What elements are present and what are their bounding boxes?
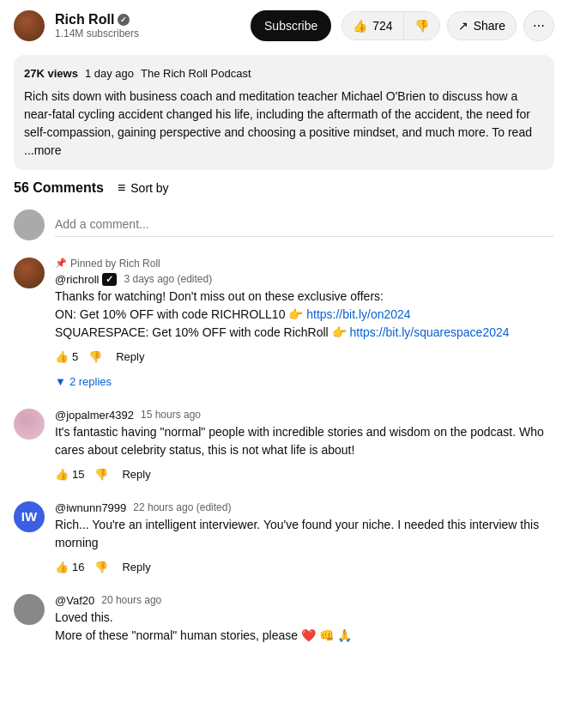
comment-iwnunn-body: @iwnunn7999 22 hours ago (edited) Rich..… bbox=[55, 501, 554, 577]
video-description-text: Rich sits down with business coach and m… bbox=[24, 88, 544, 160]
richroll-badge: ✓ bbox=[102, 273, 117, 286]
channel-header: Rich Roll ✓ 1.14M subscribers Subscribe … bbox=[0, 0, 568, 52]
share-label: Share bbox=[474, 19, 505, 33]
richroll-replies-toggle[interactable]: ▼ 2 replies bbox=[55, 372, 112, 391]
richroll-dislike-button[interactable]: 👎 bbox=[88, 347, 109, 367]
verified-icon: ✓ bbox=[118, 14, 130, 26]
read-more-button[interactable]: ...more bbox=[24, 143, 62, 157]
video-meta: 27K views 1 day ago The Rich Roll Podcas… bbox=[24, 65, 544, 82]
action-buttons: 👍 724 👎 ↗ Share ⋯ bbox=[341, 10, 554, 41]
pinned-label: 📌 Pinned by Rich Roll bbox=[55, 258, 554, 270]
richroll-comment-header: @richroll ✓ 3 days ago (edited) bbox=[55, 273, 554, 286]
vaf20-avatar bbox=[14, 594, 45, 625]
jopalmer-like-count: 15 bbox=[72, 468, 84, 481]
jopalmer-dislike-button[interactable]: 👎 bbox=[94, 464, 115, 484]
iwnunn-author: @iwnunn7999 bbox=[55, 501, 126, 514]
iwnunn-dislike-button[interactable]: 👎 bbox=[94, 557, 115, 577]
channel-avatar[interactable] bbox=[14, 10, 45, 41]
sort-button[interactable]: ≡ Sort by bbox=[118, 180, 169, 196]
video-description: 27K views 1 day ago The Rich Roll Podcas… bbox=[14, 55, 554, 170]
jopalmer-header: @jopalmer4392 15 hours ago bbox=[55, 409, 554, 422]
richroll-avatar bbox=[14, 258, 45, 288]
iwnunn-reply-button[interactable]: Reply bbox=[122, 557, 157, 577]
channel-name: Rich Roll ✓ bbox=[55, 12, 240, 27]
squarespace-link[interactable]: https://bit.ly/squarespace2024 bbox=[350, 325, 510, 339]
iwnunn-actions: 👍 16 👎 Reply bbox=[55, 557, 554, 577]
more-options-button[interactable]: ⋯ bbox=[523, 10, 554, 41]
share-icon: ↗ bbox=[458, 19, 468, 33]
chevron-down-icon: ▼ bbox=[55, 375, 66, 388]
thumbs-up-icon: 👍 bbox=[353, 19, 367, 33]
jopalmer-like-button[interactable]: 👍 15 bbox=[55, 464, 91, 484]
comment-input[interactable] bbox=[55, 212, 554, 237]
share-button[interactable]: ↗ Share bbox=[447, 11, 517, 40]
jopalmer-reply-button[interactable]: Reply bbox=[122, 464, 157, 484]
on-link[interactable]: https://bit.ly/on2024 bbox=[306, 307, 410, 321]
channel-name-text: Rich Roll bbox=[55, 12, 114, 27]
comment-richroll: 📌 Pinned by Rich Roll @richroll ✓ 3 days… bbox=[14, 258, 554, 391]
sort-icon: ≡ bbox=[118, 180, 125, 196]
thumbs-down-icon: 👎 bbox=[414, 19, 429, 33]
iwnunn-avatar: IW bbox=[14, 501, 45, 532]
richroll-like-count: 5 bbox=[72, 350, 78, 363]
video-channel-ref: The Rich Roll Podcast bbox=[141, 65, 251, 82]
comment-richroll-body: 📌 Pinned by Rich Roll @richroll ✓ 3 days… bbox=[55, 258, 554, 391]
pin-icon: 📌 bbox=[55, 258, 67, 269]
vaf20-header: @Vaf20 20 hours ago bbox=[55, 594, 554, 607]
richroll-actions: 👍 5 👎 Reply bbox=[55, 347, 554, 367]
more-icon: ⋯ bbox=[533, 19, 545, 33]
palmer-avatar bbox=[14, 409, 45, 440]
like-icon: 👍 bbox=[55, 350, 69, 363]
dislike-button[interactable]: 👎 bbox=[404, 12, 439, 39]
like-dislike-group: 👍 724 👎 bbox=[341, 11, 439, 40]
subscriber-count: 1.14M subscribers bbox=[55, 27, 240, 39]
richroll-comment-text: Thanks for watching! Don't miss out on t… bbox=[55, 288, 554, 342]
iwnunn-text: Rich... You're an intelligent interviewe… bbox=[55, 516, 554, 552]
jopalmer-time: 15 hours ago bbox=[141, 409, 201, 421]
video-date: 1 day ago bbox=[85, 65, 134, 82]
dislike-icon: 👎 bbox=[88, 350, 102, 363]
richroll-author: @richroll ✓ bbox=[55, 273, 117, 286]
jopalmer-text: It's fantastic having "normal" people wi… bbox=[55, 423, 554, 459]
richroll-time: 3 days ago (edited) bbox=[124, 273, 212, 285]
comment-iwnunn: IW @iwnunn7999 22 hours ago (edited) Ric… bbox=[14, 501, 554, 577]
vaf20-author: @Vaf20 bbox=[55, 594, 94, 607]
add-comment-row bbox=[14, 209, 554, 240]
like-icon: 👍 bbox=[55, 561, 69, 573]
subscribe-button[interactable]: Subscribe bbox=[251, 10, 331, 41]
richroll-reply-button[interactable]: Reply bbox=[116, 347, 151, 367]
comment-jopalmer-body: @jopalmer4392 15 hours ago It's fantasti… bbox=[55, 409, 554, 484]
dislike-icon: 👎 bbox=[94, 468, 108, 481]
iwnunn-like-count: 16 bbox=[72, 561, 84, 573]
like-button[interactable]: 👍 724 bbox=[342, 12, 403, 39]
like-icon: 👍 bbox=[55, 468, 69, 481]
sort-label: Sort by bbox=[130, 181, 168, 195]
vaf20-text: Loved this. More of these "normal" human… bbox=[55, 609, 554, 645]
dislike-icon: 👎 bbox=[94, 561, 108, 573]
vaf20-time: 20 hours ago bbox=[101, 594, 161, 606]
jopalmer-actions: 👍 15 👎 Reply bbox=[55, 464, 554, 484]
view-count: 27K views bbox=[24, 65, 78, 82]
richroll-like-button[interactable]: 👍 5 bbox=[55, 347, 85, 367]
iwnunn-time: 22 hours ago (edited) bbox=[133, 501, 231, 513]
iwnunn-header: @iwnunn7999 22 hours ago (edited) bbox=[55, 501, 554, 514]
iwnunn-like-button[interactable]: 👍 16 bbox=[55, 557, 91, 577]
like-count: 724 bbox=[372, 19, 392, 33]
comment-vaf20-body: @Vaf20 20 hours ago Loved this. More of … bbox=[55, 594, 554, 650]
channel-info: Rich Roll ✓ 1.14M subscribers bbox=[55, 12, 240, 39]
comment-vaf20: @Vaf20 20 hours ago Loved this. More of … bbox=[14, 594, 554, 650]
jopalmer-author: @jopalmer4392 bbox=[55, 409, 134, 422]
comments-header: 56 Comments ≡ Sort by bbox=[14, 180, 554, 196]
comments-section: 56 Comments ≡ Sort by 📌 Pinned by Rich R… bbox=[0, 180, 568, 650]
comments-count: 56 Comments bbox=[14, 180, 104, 196]
self-avatar bbox=[14, 209, 45, 240]
comment-jopalmer: @jopalmer4392 15 hours ago It's fantasti… bbox=[14, 409, 554, 484]
